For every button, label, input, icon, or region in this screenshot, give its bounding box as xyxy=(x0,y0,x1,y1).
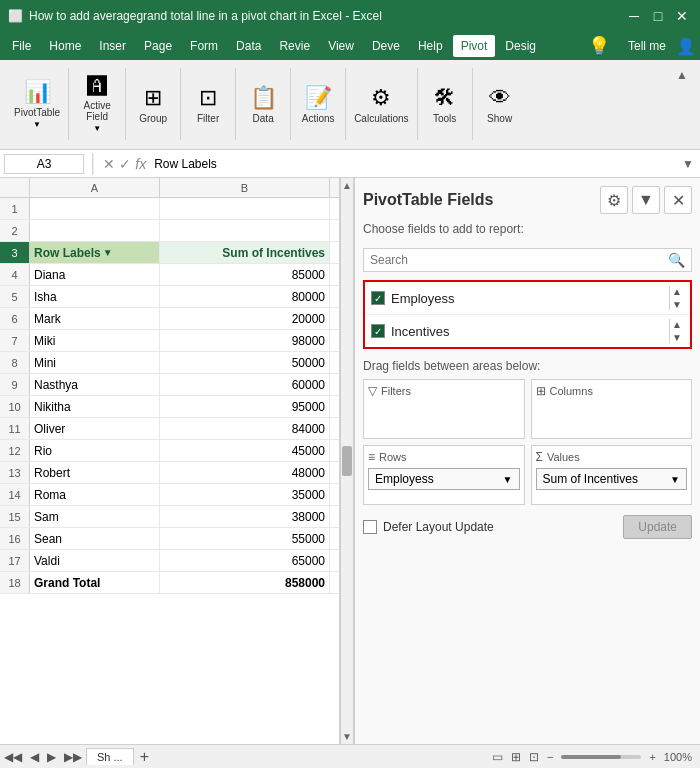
cell-a14[interactable]: Roma xyxy=(30,484,160,505)
field-checkbox-incentives[interactable]: ✓ xyxy=(371,324,385,338)
menu-data[interactable]: Data xyxy=(228,35,269,57)
pivot-close-button[interactable]: ✕ xyxy=(664,186,692,214)
field-item-incentives[interactable]: ✓ Incentives ▲ ▼ xyxy=(365,315,690,347)
filter-button[interactable]: ⊡ Filter xyxy=(183,64,233,144)
menu-insert[interactable]: Inser xyxy=(91,35,134,57)
sheet-nav-next[interactable]: ▶▶ xyxy=(60,750,86,764)
pivottable-button[interactable]: 📊 PivotTable ▼ xyxy=(8,64,66,144)
formula-expand-icon[interactable]: ▼ xyxy=(680,155,696,173)
cell-a15[interactable]: Sam xyxy=(30,506,160,527)
field-checkbox-employess[interactable]: ✓ xyxy=(371,291,385,305)
scroll-thumb[interactable] xyxy=(342,446,352,476)
tools-button[interactable]: 🛠 Tools xyxy=(420,64,470,144)
cell-b7[interactable]: 98000 xyxy=(160,330,330,351)
ribbon-collapse[interactable]: ▲ xyxy=(672,64,692,86)
active-field-button[interactable]: 🅰 ActiveField ▼ xyxy=(71,64,123,144)
field-scroll-up-employess[interactable]: ▲ xyxy=(672,286,682,297)
sheet-nav-right[interactable]: ▶ xyxy=(43,750,60,764)
page-layout-icon[interactable]: ⊞ xyxy=(511,750,521,764)
cell-b12[interactable]: 45000 xyxy=(160,440,330,461)
cell-grand-total-value[interactable]: 858000 xyxy=(160,572,330,593)
group-button[interactable]: ⊞ Group xyxy=(128,64,178,144)
scroll-up-arrow[interactable]: ▲ xyxy=(340,178,354,193)
menu-file[interactable]: File xyxy=(4,35,39,57)
cell-b3[interactable]: Sum of Incentives xyxy=(160,242,330,263)
actions-button[interactable]: 📝 Actions xyxy=(293,64,343,144)
cell-a7[interactable]: Miki xyxy=(30,330,160,351)
name-box[interactable] xyxy=(4,154,84,174)
col-header-b[interactable]: B xyxy=(160,178,330,197)
cell-b14[interactable]: 35000 xyxy=(160,484,330,505)
cell-a10[interactable]: Nikitha xyxy=(30,396,160,417)
cell-a12[interactable]: Rio xyxy=(30,440,160,461)
cell-a4[interactable]: Diana xyxy=(30,264,160,285)
cell-a9[interactable]: Nasthya xyxy=(30,374,160,395)
cell-b9[interactable]: 60000 xyxy=(160,374,330,395)
cell-a13[interactable]: Robert xyxy=(30,462,160,483)
cell-b11[interactable]: 84000 xyxy=(160,418,330,439)
menu-home[interactable]: Home xyxy=(41,35,89,57)
cell-b6[interactable]: 20000 xyxy=(160,308,330,329)
data-button[interactable]: 📋 Data xyxy=(238,64,288,144)
cell-b5[interactable]: 80000 xyxy=(160,286,330,307)
col-header-a[interactable]: A xyxy=(30,178,160,197)
cell-b15[interactable]: 38000 xyxy=(160,506,330,527)
cell-a5[interactable]: Isha xyxy=(30,286,160,307)
insert-function-icon[interactable]: fx xyxy=(135,156,146,172)
scroll-down-arrow[interactable]: ▼ xyxy=(340,729,354,744)
menu-pivot[interactable]: Pivot xyxy=(453,35,496,57)
menu-view[interactable]: View xyxy=(320,35,362,57)
defer-checkbox[interactable] xyxy=(363,520,377,534)
minimize-button[interactable]: ─ xyxy=(624,6,644,26)
menu-form[interactable]: Form xyxy=(182,35,226,57)
cell-b4[interactable]: 85000 xyxy=(160,264,330,285)
pivot-dropdown-button[interactable]: ▼ xyxy=(632,186,660,214)
cancel-icon[interactable]: ✕ xyxy=(103,156,115,172)
tell-me[interactable]: Tell me xyxy=(620,35,674,57)
cell-a6[interactable]: Mark xyxy=(30,308,160,329)
cell-b8[interactable]: 50000 xyxy=(160,352,330,373)
cell-a17[interactable]: Valdi xyxy=(30,550,160,571)
cell-a2[interactable] xyxy=(30,220,160,241)
show-button[interactable]: 👁 Show xyxy=(475,64,525,144)
sheet-nav-prev[interactable]: ◀◀ xyxy=(0,750,26,764)
rows-dropdown[interactable]: Employess ▼ xyxy=(368,468,520,490)
formula-input[interactable] xyxy=(150,155,676,173)
close-button[interactable]: ✕ xyxy=(672,6,692,26)
field-scroll-up-incentives[interactable]: ▲ xyxy=(672,319,682,330)
values-dropdown[interactable]: Sum of Incentives ▼ xyxy=(536,468,688,490)
sheet-tab-sh[interactable]: Sh ... xyxy=(86,748,134,765)
zoom-slider[interactable] xyxy=(561,755,641,759)
zoom-in-icon[interactable]: + xyxy=(649,751,655,763)
sheet-nav-left[interactable]: ◀ xyxy=(26,750,43,764)
cell-a16[interactable]: Sean xyxy=(30,528,160,549)
menu-design[interactable]: Desig xyxy=(497,35,544,57)
search-box[interactable]: 🔍 xyxy=(363,248,692,272)
menu-dev[interactable]: Deve xyxy=(364,35,408,57)
pivot-settings-button[interactable]: ⚙ xyxy=(600,186,628,214)
cell-a3[interactable]: Row Labels ▼ xyxy=(30,242,160,263)
vertical-scrollbar[interactable]: ▲ ▼ xyxy=(340,178,354,744)
cell-a8[interactable]: Mini xyxy=(30,352,160,373)
cell-b2[interactable] xyxy=(160,220,330,241)
normal-view-icon[interactable]: ▭ xyxy=(492,750,503,764)
cell-b16[interactable]: 55000 xyxy=(160,528,330,549)
cell-grand-total-label[interactable]: Grand Total xyxy=(30,572,160,593)
cell-b17[interactable]: 65000 xyxy=(160,550,330,571)
filter-dropdown-icon[interactable]: ▼ xyxy=(103,247,113,258)
zoom-out-icon[interactable]: − xyxy=(547,751,553,763)
menu-help[interactable]: Help xyxy=(410,35,451,57)
cell-b13[interactable]: 48000 xyxy=(160,462,330,483)
page-break-icon[interactable]: ⊡ xyxy=(529,750,539,764)
cell-b10[interactable]: 95000 xyxy=(160,396,330,417)
cell-b1[interactable] xyxy=(160,198,330,219)
field-scroll-down-incentives[interactable]: ▼ xyxy=(672,332,682,343)
new-sheet-button[interactable]: + xyxy=(134,748,155,766)
maximize-button[interactable]: □ xyxy=(648,6,668,26)
update-button[interactable]: Update xyxy=(623,515,692,539)
menu-review[interactable]: Revie xyxy=(271,35,318,57)
field-scroll-down-employess[interactable]: ▼ xyxy=(672,299,682,310)
search-input[interactable] xyxy=(370,253,664,267)
cell-a11[interactable]: Oliver xyxy=(30,418,160,439)
menu-page[interactable]: Page xyxy=(136,35,180,57)
